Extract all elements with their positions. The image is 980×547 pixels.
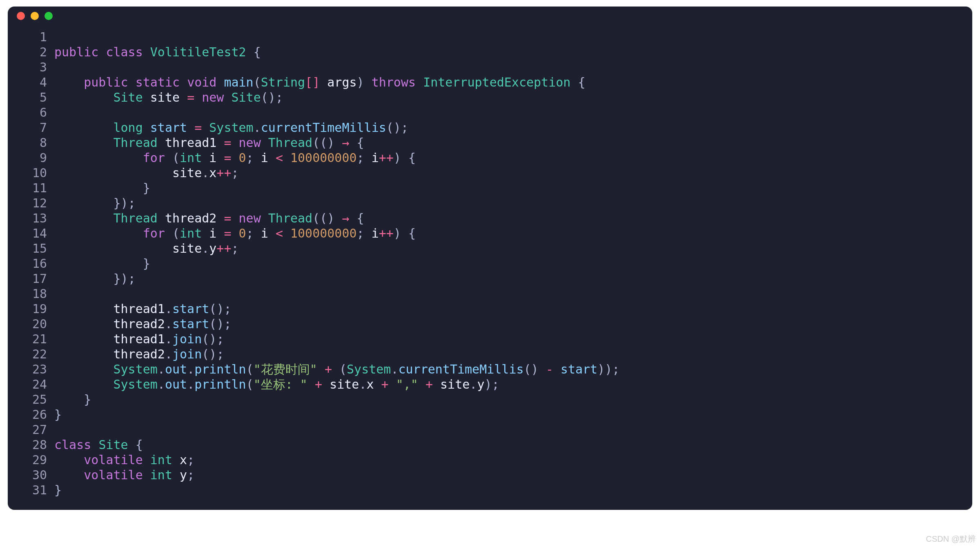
line-number: 7 [14,120,54,135]
code-line[interactable]: 22 thread2.join(); [14,347,961,362]
code-line[interactable]: 3 [14,60,961,75]
code-line[interactable]: 26} [14,407,961,422]
line-content[interactable]: volatile int y; [54,467,961,483]
line-content[interactable]: thread1.start(); [54,301,961,316]
line-content[interactable] [54,29,961,44]
line-content[interactable]: volatile int x; [54,452,961,467]
line-number: 24 [14,377,54,392]
editor-window: 1 2public class VolitileTest2 {3 4 publi… [8,7,972,510]
code-line[interactable]: 6 [14,105,961,120]
line-number: 27 [14,422,54,437]
line-number: 6 [14,105,54,120]
line-number: 8 [14,135,54,150]
code-line[interactable]: 17 }); [14,271,961,286]
line-content[interactable]: thread1.join(); [54,331,961,347]
line-content[interactable] [54,60,961,75]
code-line[interactable]: 1 [14,29,961,44]
line-content[interactable]: } [54,483,961,498]
line-number: 10 [14,165,54,180]
code-line[interactable]: 5 Site site = new Site(); [14,90,961,105]
line-number: 11 [14,180,54,196]
line-content[interactable]: Thread thread2 = new Thread(() → { [54,211,961,226]
line-content[interactable]: } [54,407,961,422]
code-line[interactable]: 18 [14,286,961,301]
line-content[interactable]: thread2.start(); [54,316,961,331]
line-number: 5 [14,90,54,105]
line-number: 3 [14,60,54,75]
code-line[interactable]: 31} [14,483,961,498]
code-line[interactable]: 29 volatile int x; [14,452,961,467]
close-icon[interactable] [17,12,25,20]
line-number: 20 [14,316,54,331]
line-number: 23 [14,362,54,377]
code-line[interactable]: 10 site.x++; [14,165,961,180]
code-line[interactable]: 13 Thread thread2 = new Thread(() → { [14,211,961,226]
line-content[interactable]: long start = System.currentTimeMillis(); [54,120,961,135]
line-content[interactable]: }); [54,196,961,211]
code-line[interactable]: 24 System.out.println("坐标: " + site.x + … [14,377,961,392]
line-content[interactable]: public class VolitileTest2 { [54,44,961,60]
code-line[interactable]: 14 for (int i = 0; i < 100000000; i++) { [14,226,961,241]
code-line[interactable]: 19 thread1.start(); [14,301,961,316]
line-content[interactable]: } [54,256,961,271]
line-number: 22 [14,347,54,362]
line-number: 26 [14,407,54,422]
code-line[interactable]: 8 Thread thread1 = new Thread(() → { [14,135,961,150]
zoom-icon[interactable] [45,12,53,20]
line-content[interactable]: public static void main(String[] args) t… [54,75,961,90]
titlebar [8,7,972,25]
line-number: 1 [14,29,54,44]
code-line[interactable]: 12 }); [14,196,961,211]
code-line[interactable]: 7 long start = System.currentTimeMillis(… [14,120,961,135]
code-line[interactable]: 9 for (int i = 0; i < 100000000; i++) { [14,150,961,165]
line-number: 29 [14,452,54,467]
line-content[interactable]: } [54,392,961,407]
line-number: 4 [14,75,54,90]
line-number: 13 [14,211,54,226]
line-number: 28 [14,437,54,452]
line-number: 12 [14,196,54,211]
line-content[interactable]: }); [54,271,961,286]
line-content[interactable]: System.out.println("坐标: " + site.x + ","… [54,377,961,392]
code-line[interactable]: 4 public static void main(String[] args)… [14,75,961,90]
code-line[interactable]: 21 thread1.join(); [14,331,961,347]
line-number: 14 [14,226,54,241]
line-number: 25 [14,392,54,407]
line-content[interactable]: for (int i = 0; i < 100000000; i++) { [54,150,961,165]
code-editor[interactable]: 1 2public class VolitileTest2 {3 4 publi… [8,25,972,501]
code-line[interactable]: 27 [14,422,961,437]
line-content[interactable]: } [54,180,961,196]
line-number: 18 [14,286,54,301]
minimize-icon[interactable] [31,12,39,20]
code-line[interactable]: 11 } [14,180,961,196]
code-line[interactable]: 16 } [14,256,961,271]
line-number: 16 [14,256,54,271]
code-line[interactable]: 25 } [14,392,961,407]
line-content[interactable]: site.y++; [54,241,961,256]
code-line[interactable]: 30 volatile int y; [14,467,961,483]
line-number: 15 [14,241,54,256]
line-number: 2 [14,44,54,60]
code-line[interactable]: 20 thread2.start(); [14,316,961,331]
line-content[interactable] [54,105,961,120]
line-number: 9 [14,150,54,165]
line-number: 30 [14,467,54,483]
line-content[interactable] [54,286,961,301]
line-number: 31 [14,483,54,498]
line-content[interactable]: Site site = new Site(); [54,90,961,105]
line-content[interactable]: for (int i = 0; i < 100000000; i++) { [54,226,961,241]
line-number: 21 [14,331,54,347]
line-number: 19 [14,301,54,316]
code-line[interactable]: 23 System.out.println("花费时间" + (System.c… [14,362,961,377]
line-content[interactable]: System.out.println("花费时间" + (System.curr… [54,362,961,377]
line-content[interactable]: thread2.join(); [54,347,961,362]
code-line[interactable]: 15 site.y++; [14,241,961,256]
code-line[interactable]: 28class Site { [14,437,961,452]
line-number: 17 [14,271,54,286]
line-content[interactable]: class Site { [54,437,961,452]
line-content[interactable] [54,422,961,437]
line-content[interactable]: Thread thread1 = new Thread(() → { [54,135,961,150]
code-line[interactable]: 2public class VolitileTest2 { [14,44,961,60]
line-content[interactable]: site.x++; [54,165,961,180]
